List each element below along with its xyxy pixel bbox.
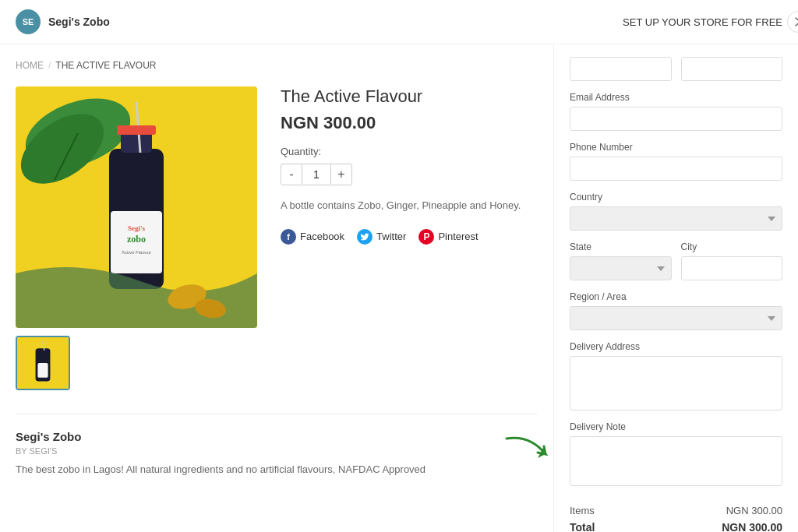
country-select[interactable] (570, 206, 782, 231)
pinterest-icon: P (418, 229, 434, 245)
quantity-plus-button[interactable]: + (330, 164, 352, 185)
order-summary: Items NGN 300.00 Total NGN 300.00 PLACE … (570, 497, 782, 532)
avatar: SE (16, 9, 41, 34)
breadcrumb-home[interactable]: HOME (16, 60, 44, 71)
main-layout: HOME / THE ACTIVE FLAVOUR (0, 44, 798, 532)
setup-store-cta[interactable]: SET UP YOUR STORE FOR FREE (623, 16, 782, 28)
last-name-group (681, 57, 783, 81)
store-description: The best zobo in Lagos! All natural ingr… (16, 462, 538, 477)
country-group: Country (570, 192, 782, 231)
items-line: Items NGN 300.00 (570, 505, 782, 516)
twitter-icon (357, 229, 373, 245)
svg-text:Active Flavour: Active Flavour (122, 250, 151, 255)
total-line: Total NGN 300.00 (570, 521, 782, 532)
delivery-address-group: Delivery Address (570, 341, 782, 410)
breadcrumb-current: THE ACTIVE FLAVOUR (55, 60, 156, 71)
breadcrumb-separator: / (48, 60, 51, 71)
product-images: Segi's zobo Active Flavour (16, 86, 257, 390)
region-label: Region / Area (570, 291, 782, 302)
product-description: A bottle contains Zobo, Ginger, Pineappl… (281, 198, 538, 213)
city-input[interactable] (681, 256, 783, 280)
country-label: Country (570, 192, 782, 203)
items-value: NGN 300.00 (726, 505, 782, 516)
region-group: Region / Area (570, 291, 782, 330)
twitter-share-button[interactable]: Twitter (357, 229, 406, 245)
state-group: State (570, 241, 672, 280)
quantity-value: 1 (302, 164, 330, 185)
store-by-label: BY SEGI'S (16, 446, 538, 456)
email-label: Email Address (570, 92, 782, 103)
header: SE Segi's Zobo SET UP YOUR STORE FOR FRE… (0, 0, 798, 44)
facebook-share-button[interactable]: f Facebook (281, 229, 344, 245)
svg-rect-16 (37, 363, 48, 378)
state-select[interactable] (570, 256, 672, 280)
delivery-note-input[interactable] (570, 436, 782, 486)
total-value: NGN 300.00 (722, 521, 782, 532)
delivery-note-label: Delivery Note (570, 421, 782, 432)
name-row (570, 57, 782, 81)
pinterest-share-button[interactable]: P Pinterest (418, 229, 478, 245)
product-title: The Active Flavour (281, 86, 538, 107)
facebook-label: Facebook (300, 231, 344, 242)
pinterest-label: Pinterest (438, 231, 478, 242)
store-info-section: Segi's Zobo BY SEGI'S The best zobo in L… (16, 414, 538, 477)
phone-label: Phone Number (570, 142, 782, 153)
product-section: Segi's zobo Active Flavour (16, 86, 538, 390)
region-select[interactable] (570, 306, 782, 330)
left-panel: HOME / THE ACTIVE FLAVOUR (0, 44, 553, 532)
product-thumbnail[interactable] (16, 336, 70, 390)
social-share: f Facebook Twitter P Pinterest (281, 229, 538, 245)
svg-text:zobo: zobo (127, 234, 146, 245)
state-label: State (570, 241, 672, 252)
order-form-panel: Email Address Phone Number Country State (553, 44, 798, 532)
first-name-input[interactable] (570, 57, 672, 81)
last-name-input[interactable] (681, 57, 783, 81)
product-main-image: Segi's zobo Active Flavour (16, 86, 257, 328)
panel-toggle-arrow[interactable] (787, 11, 798, 33)
delivery-note-group: Delivery Note (570, 421, 782, 486)
phone-group: Phone Number (570, 142, 782, 181)
email-input[interactable] (570, 107, 782, 131)
product-price: NGN 300.00 (281, 113, 538, 133)
twitter-label: Twitter (376, 231, 406, 242)
total-label: Total (570, 521, 595, 532)
product-info: The Active Flavour NGN 300.00 Quantity: … (281, 86, 538, 390)
quantity-minus-button[interactable]: - (281, 164, 302, 185)
store-display-name: Segi's Zobo (16, 430, 538, 443)
city-label: City (681, 241, 783, 252)
breadcrumb: HOME / THE ACTIVE FLAVOUR (16, 60, 538, 71)
quantity-control: - 1 + (281, 164, 538, 185)
facebook-icon: f (281, 229, 296, 245)
svg-text:Segi's: Segi's (128, 224, 146, 232)
store-name-header: Segi's Zobo (48, 16, 110, 28)
first-name-group (570, 57, 672, 81)
delivery-address-label: Delivery Address (570, 341, 782, 352)
quantity-label: Quantity: (281, 146, 538, 157)
svg-rect-11 (117, 125, 156, 135)
phone-input[interactable] (570, 157, 782, 181)
email-group: Email Address (570, 92, 782, 131)
delivery-address-input[interactable] (570, 356, 782, 410)
items-label: Items (570, 505, 595, 516)
city-group: City (681, 241, 783, 280)
state-city-row: State City (570, 241, 782, 280)
